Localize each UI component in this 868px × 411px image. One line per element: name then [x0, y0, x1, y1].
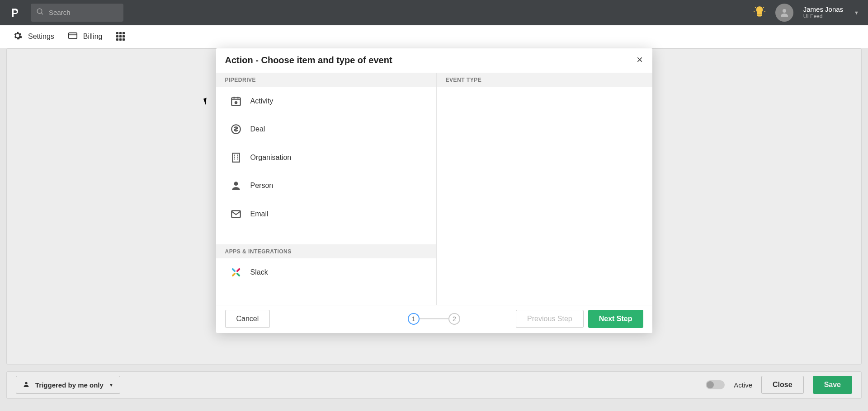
svg-point-8 — [234, 182, 238, 186]
section-header-event-type: EVENT TYPE — [437, 73, 652, 87]
step-2: 2 — [448, 313, 460, 325]
section-header-pipedrive: PIPEDRIVE — [216, 73, 436, 87]
email-icon — [230, 208, 242, 220]
settings-link[interactable]: Settings — [13, 31, 54, 42]
settings-label: Settings — [28, 33, 54, 41]
item-organisation[interactable]: Organisation — [216, 144, 436, 172]
search-input[interactable] — [49, 9, 118, 16]
close-icon[interactable] — [636, 56, 643, 65]
item-slack[interactable]: Slack — [216, 258, 436, 287]
step-line — [420, 318, 448, 319]
svg-point-0 — [37, 9, 42, 14]
chevron-down-icon[interactable]: ▼ — [854, 10, 859, 15]
gear-icon — [13, 31, 23, 42]
modal-overlay: Action - Choose item and type of event P… — [0, 48, 868, 411]
user-subtitle: UI Feed — [803, 13, 843, 19]
user-name-label: James Jonas — [803, 5, 843, 13]
action-modal: Action - Choose item and type of event P… — [216, 48, 652, 333]
svg-rect-7 — [232, 153, 239, 162]
slack-icon — [230, 266, 242, 278]
svg-rect-2 — [69, 33, 77, 38]
billing-link[interactable]: Billing — [68, 31, 103, 42]
step-indicator: 1 2 — [408, 313, 460, 325]
modal-right-column: EVENT TYPE — [437, 73, 652, 305]
search-icon — [36, 8, 44, 18]
item-deal-label: Deal — [250, 125, 265, 133]
item-activity-label: Activity — [250, 97, 274, 105]
item-activity[interactable]: Activity — [216, 87, 436, 116]
app-logo[interactable] — [9, 5, 22, 20]
item-deal[interactable]: Deal — [216, 115, 436, 144]
item-person[interactable]: Person — [216, 172, 436, 200]
next-step-button[interactable]: Next Step — [588, 310, 643, 328]
item-email[interactable]: Email — [216, 200, 436, 229]
cancel-button[interactable]: Cancel — [225, 310, 270, 328]
page-toolbar: Settings Billing — [0, 25, 868, 48]
modal-left-column: PIPEDRIVE Activity Deal — [216, 73, 437, 305]
content-area: Triggered by me only ▼ Active Close Save… — [0, 48, 868, 411]
user-menu[interactable]: James Jonas UI Feed — [803, 5, 843, 19]
app-topbar: James Jonas UI Feed ▼ — [0, 0, 868, 25]
item-person-label: Person — [250, 182, 274, 190]
svg-point-5 — [235, 102, 236, 103]
step-1: 1 — [408, 313, 420, 325]
item-email-label: Email — [250, 210, 269, 218]
person-icon — [230, 180, 242, 191]
modal-header: Action - Choose item and type of event — [216, 48, 652, 73]
modal-footer: Cancel 1 2 Previous Step Next Step — [216, 305, 652, 333]
svg-point-1 — [783, 9, 786, 13]
mouse-cursor — [203, 97, 212, 105]
item-organisation-label: Organisation — [250, 154, 292, 162]
search-field[interactable] — [31, 4, 123, 22]
dollar-circle-icon — [230, 123, 242, 135]
modal-title: Action - Choose item and type of event — [225, 55, 392, 65]
previous-step-button[interactable]: Previous Step — [516, 310, 584, 328]
billing-label: Billing — [83, 33, 103, 41]
item-slack-label: Slack — [250, 268, 268, 276]
apps-grid-icon[interactable] — [116, 32, 125, 41]
user-avatar[interactable] — [775, 4, 793, 22]
credit-card-icon — [68, 31, 78, 42]
calendar-icon — [230, 95, 242, 107]
building-icon — [230, 152, 242, 163]
help-bulb-icon[interactable] — [754, 6, 765, 19]
section-header-apps: APPS & INTEGRATIONS — [216, 244, 436, 258]
